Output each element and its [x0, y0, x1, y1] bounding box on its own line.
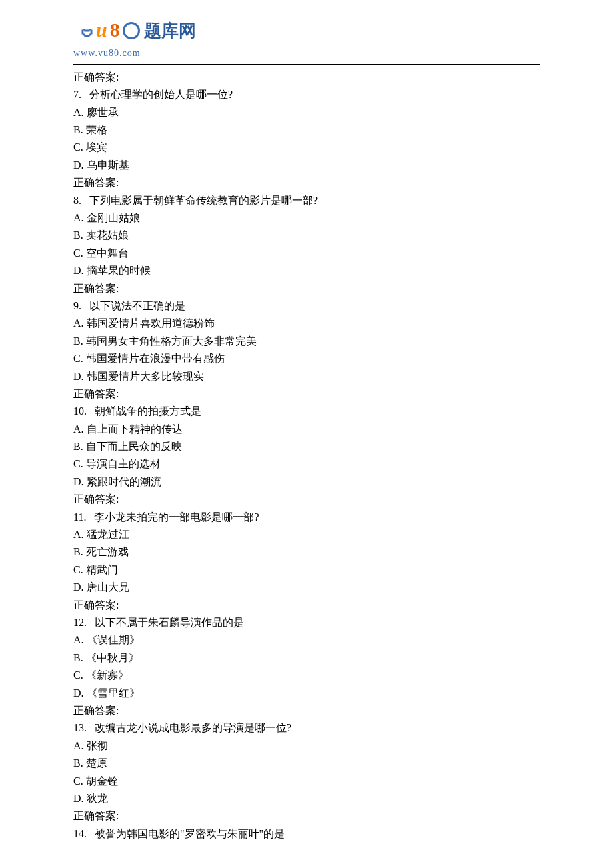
option-text: D. 《雪里红》 [73, 685, 540, 702]
question-list: 正确答案:7. 分析心理学的创始人是哪一位?A. 廖世承B. 荣格C. 埃宾D.… [73, 69, 540, 843]
answer-label: 正确答案: [73, 807, 540, 825]
option-text: A. 韩国爱情片喜欢用道德粉饰 [73, 315, 540, 332]
answer-label: 正确答案: [73, 280, 540, 297]
question-text: 11. 李小龙未拍完的一部电影是哪一部? [73, 509, 540, 526]
option-text: C. 胡金铨 [73, 773, 540, 790]
option-text: A. 金刚山姑娘 [73, 209, 540, 227]
question-text: 10. 朝鲜战争的拍摄方式是 [73, 403, 540, 420]
option-text: A. 廖世承 [73, 104, 540, 121]
logo-digit-8: 8 [110, 13, 120, 47]
option-text: B. 《中秋月》 [73, 649, 540, 667]
option-text: B. 卖花姑娘 [73, 227, 540, 244]
option-text: B. 自下而上民众的反映 [73, 438, 540, 455]
question-text: 7. 分析心理学的创始人是哪一位? [73, 86, 540, 103]
logo-brand-text: 题库网 [144, 17, 196, 45]
option-text: B. 荣格 [73, 121, 540, 139]
answer-label: 正确答案: [73, 69, 540, 86]
option-text: A. 《误佳期》 [73, 631, 540, 649]
option-text: A. 猛龙过江 [73, 526, 540, 543]
option-text: D. 紧跟时代的潮流 [73, 473, 540, 491]
option-text: D. 乌申斯基 [73, 157, 540, 174]
option-text: C. 韩国爱情片在浪漫中带有感伤 [73, 350, 540, 367]
logo-circle-icon [123, 22, 140, 39]
question-text: 12. 以下不属于朱石麟导演作品的是 [73, 614, 540, 631]
answer-label: 正确答案: [73, 174, 540, 191]
answer-label: 正确答案: [73, 385, 540, 403]
option-text: B. 韩国男女主角性格方面大多非常完美 [73, 333, 540, 350]
option-text: D. 狄龙 [73, 790, 540, 807]
option-text: C. 埃宾 [73, 139, 540, 156]
question-text: 9. 以下说法不正确的是 [73, 297, 540, 315]
option-text: C. 空中舞台 [73, 245, 540, 262]
question-text: 8. 下列电影属于朝鲜革命传统教育的影片是哪一部? [73, 192, 540, 209]
option-text: C. 导演自主的选材 [73, 455, 540, 473]
question-text: 13. 改编古龙小说成电影最多的导演是哪一位? [73, 719, 540, 737]
answer-label: 正确答案: [73, 597, 540, 614]
header-divider [73, 64, 540, 65]
option-text: D. 韩国爱情片大多比较现实 [73, 368, 540, 385]
answer-label: 正确答案: [73, 491, 540, 508]
option-text: C. 精武门 [73, 561, 540, 579]
question-text: 14. 被誉为韩国电影的"罗密欧与朱丽叶"的是 [73, 825, 540, 843]
site-logo: ဗ u 8 题库网 www.vu80.com [73, 13, 540, 61]
option-text: A. 张彻 [73, 737, 540, 755]
option-text: B. 楚原 [73, 755, 540, 772]
option-text: C. 《新寡》 [73, 667, 540, 684]
option-text: A. 自上而下精神的传达 [73, 421, 540, 438]
option-text: B. 死亡游戏 [73, 543, 540, 561]
logo-letter-u: u [96, 13, 107, 47]
option-text: D. 摘苹果的时候 [73, 262, 540, 279]
logo-bunny-icon: ဗ [73, 16, 93, 49]
option-text: D. 唐山大兄 [73, 579, 540, 596]
answer-label: 正确答案: [73, 702, 540, 719]
